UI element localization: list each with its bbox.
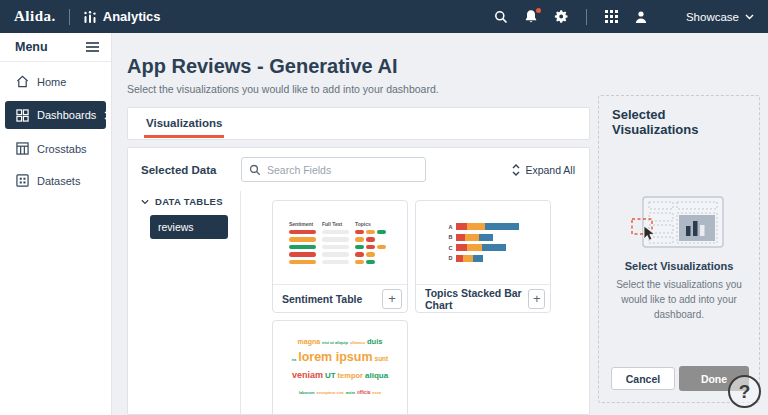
notification-dot [536,8,541,13]
chevron-right-icon [104,111,110,120]
home-icon [16,75,29,88]
sidebar-item-home[interactable]: Home [0,69,111,94]
search-fields-input[interactable] [267,164,418,176]
expand-collapse-icon [512,164,520,176]
thumb-word-cloud: magnanisi ut aliquipullamcoduisealorem i… [280,331,400,398]
user-account-icon[interactable] [634,9,649,24]
selected-visualizations-heading: Selected Visualizations [599,96,759,137]
crosstabs-icon [16,142,29,155]
thumb-bar-row: C [448,244,519,251]
word-cloud-word: nisi ut aliquip [321,340,349,345]
alida-logo[interactable]: Alida. [14,8,56,25]
topbar-divider-2 [586,9,587,25]
sidebar-item-label: Dashboards [37,109,96,121]
analytics-product[interactable]: Analytics [83,9,161,24]
card-title: Sentiment Table [282,293,362,305]
thumb-table-row [289,237,391,242]
sidebar-item-label: Home [37,76,66,88]
thumb-bar-row: D [448,255,519,262]
card-title: Topics Stacked Bar Chart [425,287,528,311]
search-fields-box[interactable] [241,157,426,182]
settings-gear-icon[interactable] [554,9,569,24]
word-cloud-word: laborum [298,390,316,395]
word-cloud-word: esse [371,390,382,395]
word-cloud-word: excepteur sint [316,390,345,395]
expand-all-label: Expand All [525,164,575,176]
analytics-label: Analytics [103,9,161,24]
sidebar-header: Menu [0,33,111,62]
page-subtitle: Select the visualizations you would like… [127,83,768,95]
word-cloud-word: UT [324,371,337,380]
data-tables-group[interactable]: DATA TABLES [128,191,240,207]
help-button[interactable]: ? [728,375,761,408]
card-footer: Sentiment Table + [273,284,407,312]
hamburger-menu-icon[interactable] [86,42,99,52]
sidebar-item-crosstabs[interactable]: Crosstabs [0,136,111,161]
search-icon[interactable] [494,9,509,24]
word-cloud-word: anim [345,390,356,395]
thumb-table-row [289,260,391,265]
data-tree: DATA TABLES reviews [128,191,241,414]
top-bar: Alida. Analytics Showcase [0,0,768,33]
datasets-icon [16,174,29,187]
select-visualizations-illustration [631,195,727,251]
visualization-picker-panel: Selected Data Expand All DATA TABLES rev… [127,147,590,415]
sidebar-item-label: Crosstabs [37,143,87,155]
thumb-bar-row: A [448,223,519,230]
add-visualization-button[interactable]: + [528,289,545,309]
app-reviews-visualization-picker: { "topbar": { "logo": "Alida.", "product… [0,0,768,415]
sidebar-item-dashboards[interactable]: Dashboards [5,101,106,129]
thumb-stacked-bar-chart: ABCD [448,223,519,262]
sidebar-item-label: Datasets [37,175,80,187]
stacked-bar-thumbnail: ABCD [416,201,550,284]
empty-state-title: Select Visualizations [599,260,759,272]
topbar-actions: Showcase [494,9,754,25]
card-topics-stacked-bar[interactable]: ABCD Topics Stacked Bar Chart + [415,200,551,313]
empty-state-body: Select the visualizations you would like… [607,277,751,322]
word-cloud-word: ullamco [349,340,366,345]
add-visualization-button[interactable]: + [382,289,402,309]
selected-visualizations-panel: Selected Visualizations Select Visualiza… [598,95,760,403]
word-cloud-word: aliqua [364,371,389,380]
tab-bar: Visualizations [127,107,590,140]
sentiment-table-thumbnail: SentimentFull TextTopics [273,201,407,284]
word-cloud-word: tempor [337,371,364,380]
word-cloud-thumbnail: magnanisi ut aliquipullamcoduisealorem i… [273,321,407,415]
apps-grid-icon[interactable] [604,9,619,24]
workspace-selector[interactable]: Showcase [686,11,754,23]
card-word-cloud[interactable]: magnanisi ut aliquipullamcoduisealorem i… [272,320,408,415]
data-tables-label: DATA TABLES [155,196,223,207]
word-cloud-word: lorem ipsum [297,350,373,364]
word-cloud-word: veniam [291,370,324,380]
page-title: App Reviews - Generative AI [127,55,768,78]
tab-visualizations[interactable]: Visualizations [144,108,224,138]
thumb-table-row [289,252,391,257]
thumb-column-header: Topics [355,221,391,227]
cancel-button[interactable]: Cancel [611,367,675,390]
sidebar: Menu Home Dashboards Crosstabs Datasets [0,33,112,415]
analytics-bars-icon [83,9,98,24]
thumb-bar-row: B [448,234,519,241]
expand-all-button[interactable]: Expand All [512,164,589,176]
dashboards-icon [16,109,29,122]
word-cloud-word: officia [356,390,371,395]
selected-data-heading: Selected Data [128,164,241,176]
sidebar-item-datasets[interactable]: Datasets [0,168,111,193]
word-cloud-word: sunt [374,355,390,362]
search-icon [249,164,261,176]
visualization-cards: SentimentFull TextTopics Sentiment Table… [241,191,589,414]
menu-title: Menu [15,40,48,54]
card-sentiment-table[interactable]: SentimentFull TextTopics Sentiment Table… [272,200,408,313]
topbar-divider [69,9,70,25]
picker-header: Selected Data Expand All [128,148,589,191]
picker-body: DATA TABLES reviews SentimentFull TextTo… [128,191,589,414]
word-cloud-word: magna [297,338,322,345]
tree-item-reviews[interactable]: reviews [150,215,228,239]
card-footer: Topics Stacked Bar Chart + [416,284,550,312]
thumb-column-header: Sentiment [289,221,316,227]
notifications-bell-icon[interactable] [524,9,539,24]
chevron-down-icon [141,199,149,205]
thumb-column-header: Full Text [322,221,349,227]
chevron-down-icon [745,14,754,20]
workspace-label: Showcase [686,11,739,23]
